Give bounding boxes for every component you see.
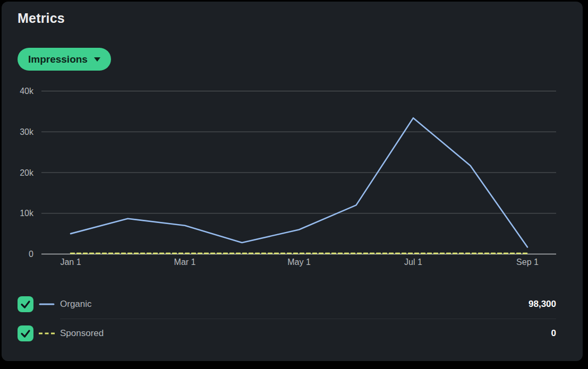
y-tick-label: 20k — [20, 168, 34, 177]
legend-row-organic: Organic 98,300 — [18, 290, 556, 319]
x-tick-label: May 1 — [287, 258, 311, 267]
sponsored-visibility-checkbox[interactable] — [18, 325, 33, 341]
chart-legend: Organic 98,300 Sponsored 0 — [18, 290, 556, 348]
x-tick-label: Mar 1 — [174, 258, 196, 267]
legend-row-sponsored: Sponsored 0 — [18, 319, 556, 348]
x-tick-label: Jan 1 — [60, 258, 81, 267]
y-tick-label: 10k — [20, 209, 34, 218]
chevron-down-icon — [94, 57, 100, 62]
legend-label-sponsored: Sponsored — [60, 328, 104, 339]
check-icon — [18, 325, 33, 341]
metric-selector-label: Impressions — [28, 54, 88, 65]
metrics-card: Metrics Impressions 010k20k30k40kJan 1Ma… — [2, 2, 583, 361]
x-tick-label: Sep 1 — [516, 258, 539, 267]
organic-line — [71, 118, 527, 247]
sponsored-line-swatch — [39, 331, 55, 336]
impressions-line-chart: 010k20k30k40kJan 1Mar 1May 1Jul 1Sep 1 — [2, 80, 583, 273]
legend-value-organic: 98,300 — [529, 299, 556, 310]
y-tick-label: 30k — [20, 127, 34, 136]
y-tick-label: 40k — [20, 87, 34, 96]
x-tick-label: Jul 1 — [404, 258, 422, 267]
organic-line-swatch — [39, 302, 55, 306]
legend-value-sponsored: 0 — [551, 328, 556, 339]
y-tick-label: 0 — [29, 250, 33, 259]
legend-label-organic: Organic — [60, 299, 92, 310]
check-icon — [18, 296, 33, 312]
page-title: Metrics — [18, 11, 65, 26]
organic-visibility-checkbox[interactable] — [18, 296, 33, 312]
metric-selector-button[interactable]: Impressions — [18, 48, 111, 71]
